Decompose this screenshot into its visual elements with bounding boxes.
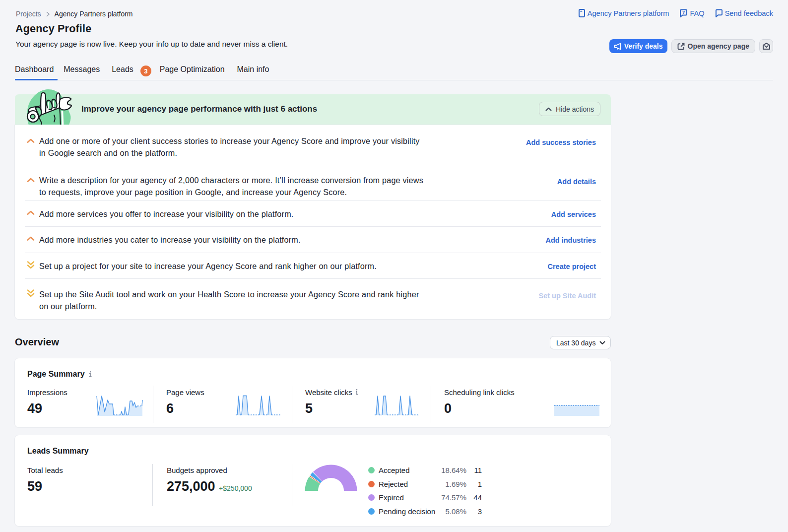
svg-text:?: ? <box>682 10 685 15</box>
